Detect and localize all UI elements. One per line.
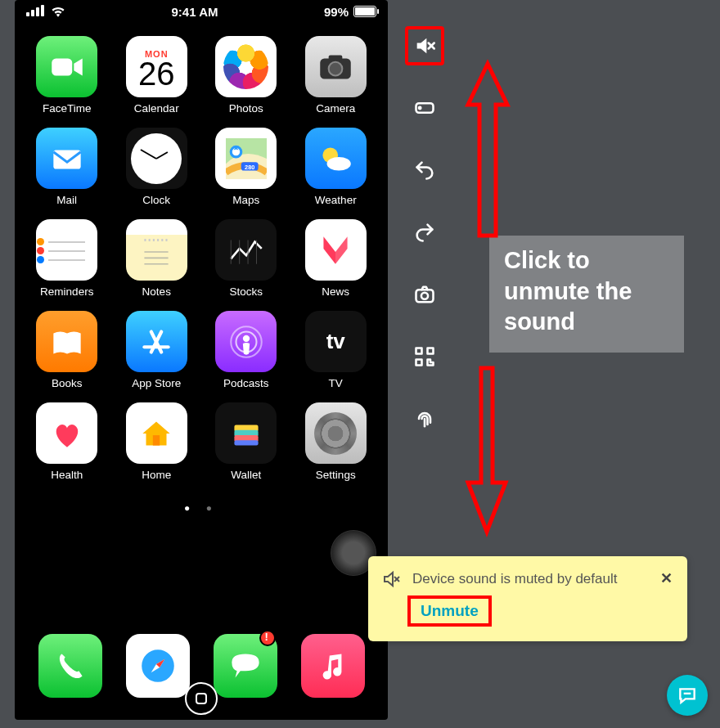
undo-icon: [413, 159, 436, 182]
app-label: Wallet: [231, 469, 261, 481]
app-settings[interactable]: Settings: [294, 402, 379, 481]
app-home[interactable]: Home: [115, 402, 200, 481]
mail-icon: [36, 128, 97, 189]
svg-point-2: [329, 61, 343, 75]
page-indicator[interactable]: ● ●: [15, 502, 388, 514]
dock-messages[interactable]: !: [214, 634, 277, 698]
appstore-icon: [126, 311, 187, 372]
status-bar: 9:41 AM 99%: [15, 0, 388, 21]
app-photos[interactable]: Photos: [204, 36, 289, 115]
undo-button[interactable]: [405, 151, 444, 190]
svg-rect-24: [153, 435, 160, 446]
redo-icon: [413, 221, 436, 244]
app-label: App Store: [132, 377, 181, 389]
toast-message: Device sound is muted by default: [412, 569, 649, 589]
mute-button[interactable]: [405, 26, 444, 65]
svg-rect-38: [428, 348, 434, 354]
notes-icon: [126, 219, 187, 281]
app-weather[interactable]: Weather: [294, 128, 379, 206]
mute-toast: Device sound is muted by default ✕ Unmut…: [368, 556, 687, 641]
mute-icon: [413, 34, 436, 57]
battery-icon: [353, 6, 376, 17]
app-label: Stocks: [229, 285, 263, 298]
dock-phone[interactable]: [38, 634, 102, 698]
annotation-callout: Click to unmute the sound: [489, 236, 684, 353]
app-label: Podcasts: [223, 377, 269, 389]
app-maps[interactable]: 280 Maps: [204, 128, 289, 206]
app-label: Weather: [315, 194, 357, 206]
scan-button[interactable]: [405, 337, 444, 376]
calendar-icon: MON 26: [126, 36, 187, 97]
rotate-button[interactable]: [405, 88, 444, 128]
app-clock[interactable]: Clock: [115, 128, 200, 206]
safari-icon: [126, 634, 190, 698]
app-label: Health: [51, 469, 83, 481]
phone-frame: 9:41 AM 99% FaceTime MON 26 Calendar Pho…: [15, 0, 388, 720]
svg-rect-39: [416, 360, 422, 366]
fingerprint-icon: [413, 407, 436, 430]
app-label: TV: [329, 377, 343, 389]
app-books[interactable]: Books: [25, 311, 110, 389]
dock-safari[interactable]: [126, 634, 190, 698]
app-label: Books: [52, 377, 83, 389]
redo-button[interactable]: [405, 213, 444, 252]
app-notes[interactable]: Notes: [115, 219, 200, 298]
calendar-day: 26: [138, 57, 175, 90]
app-label: News: [322, 285, 349, 298]
app-wallet[interactable]: Wallet: [204, 402, 289, 481]
app-label: Notes: [142, 285, 171, 298]
status-time: 9:41 AM: [172, 5, 218, 19]
svg-rect-3: [329, 55, 343, 60]
reminders-icon: [36, 219, 97, 281]
app-podcasts[interactable]: Podcasts: [204, 311, 289, 389]
home-apps-grid: FaceTime MON 26 Calendar Photos Camera M…: [15, 21, 388, 481]
stocks-icon: [215, 219, 277, 281]
help-button[interactable]: [667, 675, 708, 716]
app-label: Camera: [316, 102, 355, 115]
svg-text:280: 280: [245, 163, 254, 170]
device-toolbar: [405, 26, 444, 438]
app-label: Settings: [316, 469, 356, 481]
tv-icon: tv: [305, 311, 367, 372]
app-label: FaceTime: [43, 102, 92, 115]
dock-music[interactable]: [301, 634, 365, 698]
app-news[interactable]: News: [294, 219, 379, 298]
app-tv[interactable]: tv TV: [294, 311, 379, 389]
clock-icon: [126, 128, 187, 189]
biometric-button[interactable]: [405, 399, 444, 438]
app-health[interactable]: Health: [25, 402, 110, 481]
app-calendar[interactable]: MON 26 Calendar: [115, 36, 200, 115]
toast-close-button[interactable]: ✕: [660, 569, 673, 587]
news-icon: [305, 219, 367, 281]
svg-point-34: [419, 107, 421, 109]
app-appstore[interactable]: App Store: [115, 311, 200, 389]
app-reminders[interactable]: Reminders: [25, 219, 110, 298]
wallet-icon: [215, 402, 277, 464]
svg-rect-0: [52, 58, 72, 75]
home-button[interactable]: [185, 682, 218, 715]
app-facetime[interactable]: FaceTime: [25, 36, 110, 115]
app-label: Calendar: [134, 102, 179, 115]
screenshot-button[interactable]: [405, 275, 444, 314]
app-mail[interactable]: Mail: [25, 128, 110, 206]
svg-rect-4: [53, 150, 80, 169]
phone-icon: [38, 634, 102, 698]
wifi-icon: [51, 6, 65, 17]
app-label: Reminders: [40, 285, 93, 298]
toast-unmute-button[interactable]: Unmute: [416, 600, 484, 622]
app-stocks[interactable]: Stocks: [204, 219, 289, 298]
app-camera[interactable]: Camera: [294, 36, 379, 115]
maps-icon: 280: [215, 128, 277, 189]
notification-badge: !: [259, 630, 276, 646]
signal-icon: [26, 5, 46, 19]
books-icon: [36, 311, 97, 372]
qr-icon: [413, 345, 436, 368]
app-label: Maps: [232, 194, 259, 206]
podcasts-icon: [215, 311, 277, 372]
mute-icon: [381, 569, 401, 589]
chat-icon: [677, 685, 698, 706]
tv-label: tv: [326, 329, 345, 354]
arrow-down-annotation: [458, 360, 515, 540]
camera-icon: [305, 36, 367, 97]
photos-icon: [215, 36, 277, 97]
